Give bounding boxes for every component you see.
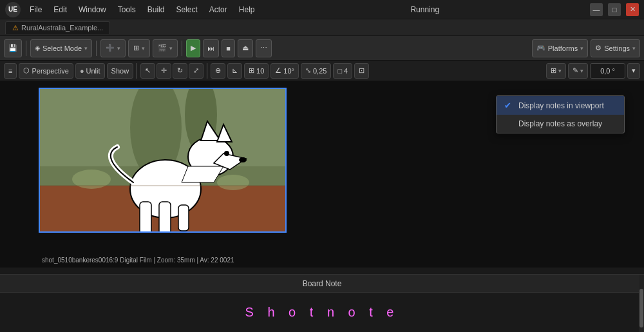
menu-edit[interactable]: Edit [48,3,72,16]
platforms-icon: 🎮 [536,44,545,52]
note-arrow: ▾ [580,68,583,74]
angle-expand-icon: ▾ [632,66,636,75]
rotate-snap-icon: ∠ [275,66,281,75]
unlit-label: Unlit [86,67,100,75]
more-button[interactable]: ⋯ [256,39,272,57]
display-notes-overlay-label: Display notes as overlay [518,119,602,128]
menu-select[interactable]: Select [171,3,202,16]
screen-pct-button[interactable]: □ 4 [333,63,352,79]
select-mode-arrow: ▾ [84,45,88,52]
cinematics-arrow: ▾ [169,45,173,52]
play-icon: ▶ [191,44,196,52]
viewport-image [39,88,287,233]
surface-snap-icon: ⊾ [232,66,238,75]
menu-tools[interactable]: Tools [113,3,141,16]
note-dropdown-menu: ✔ Display notes in viewport Display note… [496,95,625,133]
cinematics-button[interactable]: 🎬 ▾ [153,39,178,57]
settings-label: Settings [604,44,630,52]
platforms-button[interactable]: 🎮 Platforms ▾ [532,39,588,57]
scale-snap-value: 0,25 [313,67,327,75]
select-cursor-icon: ↖ [145,66,151,75]
tab-warning-icon: ⚠ [12,24,19,32]
bottom-panel: Board Note S h o t n o t e [0,274,644,332]
board-note-label: Board Note [303,279,342,288]
viewport-svg [40,89,287,233]
menu-actor[interactable]: Actor [204,3,232,16]
angle-expand-button[interactable]: ▾ [627,63,640,79]
scale-snap-button[interactable]: ⤡ 0,25 [301,63,331,79]
world-button[interactable]: ⊕ [211,63,225,79]
rotate-snap-value: 10° [283,67,294,75]
screen-size-value: 4 [344,67,348,75]
note-display-button[interactable]: ✎ ▾ [568,63,588,79]
ue-logo: UE [5,2,21,17]
board-note-header: Board Note [0,275,644,293]
bottom-panel-content: S h o t n o t e [0,293,644,331]
maximize-button[interactable]: □ [608,3,621,16]
grid-toggle-button[interactable]: ⊞ 10 [244,63,269,79]
svg-rect-17 [178,205,189,231]
settings-button[interactable]: ⚙ Settings ▾ [591,39,640,57]
display-notes-viewport-item[interactable]: ✔ Display notes in viewport [497,96,624,115]
tab-bar: ⚠ RuralAustralia_Example... [0,19,644,36]
viewport-toolbar: ≡ ⬡ Perspective ● Unlit Show ↖ ✛ ↻ ⤢ ⊕ ⊾… [0,61,644,81]
scrollbar-thumb[interactable] [639,289,643,327]
select-tool-button[interactable]: ↖ [140,63,155,79]
cinematics-icon: 🎬 [158,44,167,52]
svg-rect-15 [140,202,151,233]
note-icon: ✎ [573,66,578,75]
select-mode-button[interactable]: ◈ Select Mode ▾ [30,39,92,57]
maximize-viewport-button[interactable]: ⊡ [354,63,369,79]
play-button[interactable]: ▶ [186,39,200,57]
scale-tool-button[interactable]: ⤢ [189,63,204,79]
surface-snap-button[interactable]: ⊾ [227,63,242,79]
more-icon: ⋯ [260,44,267,52]
rotate-icon: ↻ [177,66,183,75]
grid-icon: ⊞ [249,66,254,75]
rotate-tool-button[interactable]: ↻ [173,63,187,79]
right-scrollbar[interactable] [639,275,644,332]
stop-button[interactable]: ■ [222,39,235,57]
add-button[interactable]: ➕ ▾ [100,39,126,57]
grid-size: 10 [256,67,264,75]
menu-window[interactable]: Window [73,3,111,16]
menu-build[interactable]: Build [142,3,170,16]
select-mode-icon: ◈ [35,44,40,52]
settings-icon: ⚙ [595,44,601,52]
grid-overlay-button[interactable]: ⊞ ▾ [546,63,566,79]
skip-icon: ⏭ [207,44,214,52]
tab-rural-australia[interactable]: ⚠ RuralAustralia_Example... [5,21,110,34]
angle-input[interactable]: 0,0 ° [590,63,625,79]
snap-button[interactable]: ⊞ ▾ [128,39,150,57]
save-button[interactable]: 💾 [4,39,22,57]
platforms-label: Platforms [548,44,578,52]
close-button[interactable]: ✕ [626,3,639,16]
perspective-label: Perspective [32,67,68,75]
skip-button[interactable]: ⏭ [203,39,219,57]
eject-icon: ⏏ [242,44,249,52]
svg-point-13 [224,151,229,156]
rotate-snap-button[interactable]: ∠ 10° [270,63,299,79]
perspective-icon: ⬡ [23,66,30,75]
maximize-viewport-icon: ⊡ [359,66,365,75]
menu-help[interactable]: Help [234,3,260,16]
svg-rect-16 [159,202,171,233]
menu-items: File Edit Window Tools Build Select Acto… [24,3,260,16]
add-arrow: ▾ [117,45,120,52]
move-tool-button[interactable]: ✛ [156,63,171,79]
menu-file[interactable]: File [24,3,47,16]
viewport-menu-button[interactable]: ≡ [4,63,17,79]
platforms-arrow: ▾ [580,45,583,52]
show-button[interactable]: Show [107,63,134,79]
minimize-button[interactable]: — [590,3,603,16]
main-toolbar: 💾 ◈ Select Mode ▾ ➕ ▾ ⊞ ▾ 🎬 ▾ ▶ ⏭ ■ ⏏ ⋯ … [0,36,644,61]
move-icon: ✛ [161,66,167,75]
viewport-status: shot_0510bankeres0016:9 Digital Film | Z… [42,257,234,264]
perspective-button[interactable]: ⬡ Perspective [19,63,73,79]
sep-1 [26,41,26,56]
vp-sep-2 [207,63,207,79]
display-notes-overlay-item[interactable]: Display notes as overlay [497,115,624,133]
unlit-button[interactable]: ● Unlit [75,63,105,79]
eject-button[interactable]: ⏏ [238,39,253,57]
title-bar: UE File Edit Window Tools Build Select A… [0,0,644,19]
